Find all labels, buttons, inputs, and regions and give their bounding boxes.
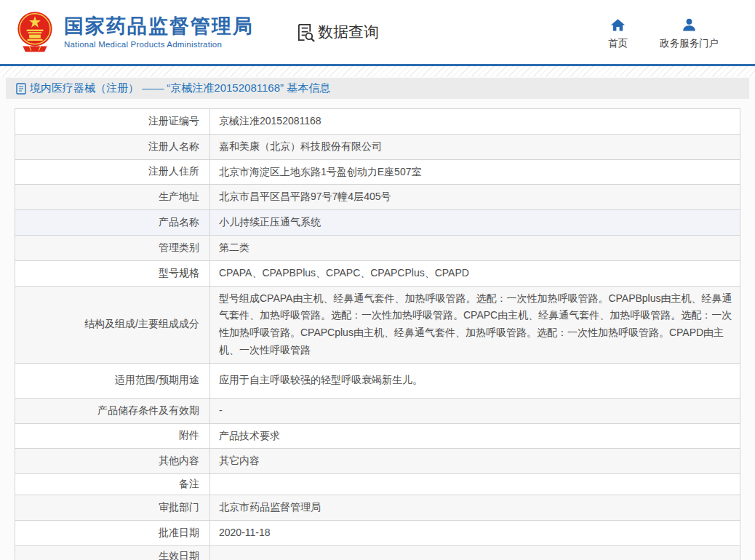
row-label: 结构及组成/主要组成成分 [15, 286, 210, 363]
row-value: 北京市海淀区上地东路1号盈创动力E座507室 [210, 159, 740, 185]
row-label: 生产地址 [15, 185, 210, 210]
row-value: 型号组成CPAPA由主机、经鼻通气套件、加热呼吸管路。选配：一次性加热呼吸管路。… [210, 286, 740, 363]
page-title-text: 境内医疗器械（注册） —— “京械注准20152081168” 基本信息 [30, 81, 330, 95]
site-title-cn: 国家药品监督管理局 [64, 15, 254, 38]
row-label: 附件 [15, 423, 210, 449]
row-value: 京械注准20152081168 [210, 109, 740, 135]
table-row: 生效日期 [15, 545, 740, 560]
row-value: CPAPA、CPAPBPlus、CPAPC、CPAPCPlus、CPAPD [210, 260, 740, 286]
row-value: 应用于自主呼吸较强的轻型呼吸衰竭新生儿。 [210, 363, 740, 398]
table-row: 结构及组成/主要组成成分型号组成CPAPA由主机、经鼻通气套件、加热呼吸管路。选… [15, 286, 740, 363]
row-value: 其它内容 [210, 449, 740, 474]
header: 国家药品监督管理局 National Medical Products Admi… [0, 0, 755, 64]
row-label: 型号规格 [15, 260, 210, 286]
row-value: 产品技术要求 [210, 423, 740, 449]
nav-portal-label: 政务服务门户 [660, 37, 719, 50]
table-row: 型号规格CPAPA、CPAPBPlus、CPAPC、CPAPCPlus、CPAP… [15, 260, 740, 286]
row-value: 嘉和美康（北京）科技股份有限公司 [210, 134, 740, 159]
table-row: 其他内容其它内容 [15, 449, 740, 474]
row-value: 小儿持续正压通气系统 [210, 210, 740, 236]
row-value [210, 545, 740, 560]
table-row: 审批部门北京市药品监督管理局 [15, 495, 740, 521]
table-row: 注册人住所北京市海淀区上地东路1号盈创动力E座507室 [15, 159, 740, 185]
data-query-label: 数据查询 [318, 22, 379, 42]
site-title-en: National Medical Products Administration [64, 40, 254, 49]
data-query-tab[interactable]: 数据查询 [296, 22, 379, 42]
row-value: 第二类 [210, 235, 740, 260]
brand: 国家药品监督管理局 National Medical Products Admi… [64, 15, 254, 49]
row-value: 北京市昌平区昌平路97号7幢4层405号 [210, 185, 740, 210]
table-row: 注册人名称嘉和美康（北京）科技股份有限公司 [15, 134, 740, 159]
document-icon [16, 83, 26, 95]
table-row: 注册证编号京械注准20152081168 [15, 109, 740, 135]
table-row: 产品名称小儿持续正压通气系统 [15, 210, 740, 236]
row-label: 产品储存条件及有效期 [15, 398, 210, 423]
row-label: 其他内容 [15, 449, 210, 474]
main-content: 境内医疗器械（注册） —— “京械注准20152081168” 基本信息 注册证… [0, 76, 755, 560]
row-label: 注册证编号 [15, 109, 210, 135]
row-label: 注册人住所 [15, 159, 210, 185]
row-value: - [210, 398, 740, 423]
table-row: 附件产品技术要求 [15, 423, 740, 449]
row-label: 生效日期 [15, 545, 210, 560]
registration-table-wrap: 注册证编号京械注准20152081168注册人名称嘉和美康（北京）科技股份有限公… [15, 108, 740, 560]
header-nav: 首页 政务服务门户 [608, 17, 719, 50]
national-emblem-icon [15, 10, 55, 55]
user-icon [682, 17, 697, 33]
nav-portal[interactable]: 政务服务门户 [660, 17, 719, 50]
table-row: 管理类别第二类 [15, 235, 740, 260]
table-row: 备注 [15, 474, 740, 495]
nav-home-label: 首页 [608, 37, 628, 50]
row-label: 适用范围/预期用途 [15, 363, 210, 398]
row-label: 批准日期 [15, 520, 210, 545]
table-row: 生产地址北京市昌平区昌平路97号7幢4层405号 [15, 185, 740, 210]
home-icon [610, 17, 626, 33]
row-label: 审批部门 [15, 495, 210, 521]
table-row: 批准日期2020-11-18 [15, 520, 740, 545]
row-label: 产品名称 [15, 210, 210, 236]
row-label: 注册人名称 [15, 134, 210, 159]
row-value: 2020-11-18 [210, 520, 740, 545]
row-label: 管理类别 [15, 235, 210, 260]
info-table-body: 注册证编号京械注准20152081168注册人名称嘉和美康（北京）科技股份有限公… [15, 109, 740, 560]
table-row: 产品储存条件及有效期- [15, 398, 740, 423]
row-value: 北京市药品监督管理局 [210, 495, 740, 521]
page-title: 境内医疗器械（注册） —— “京械注准20152081168” 基本信息 [6, 78, 749, 99]
registration-info-table: 注册证编号京械注准20152081168注册人名称嘉和美康（北京）科技股份有限公… [15, 108, 740, 560]
row-label: 备注 [15, 474, 210, 495]
row-value [210, 474, 740, 495]
table-row: 适用范围/预期用途应用于自主呼吸较强的轻型呼吸衰竭新生儿。 [15, 363, 740, 398]
nav-home[interactable]: 首页 [608, 17, 628, 50]
decor-hatch-band [0, 66, 755, 76]
doc-search-icon [296, 23, 316, 42]
